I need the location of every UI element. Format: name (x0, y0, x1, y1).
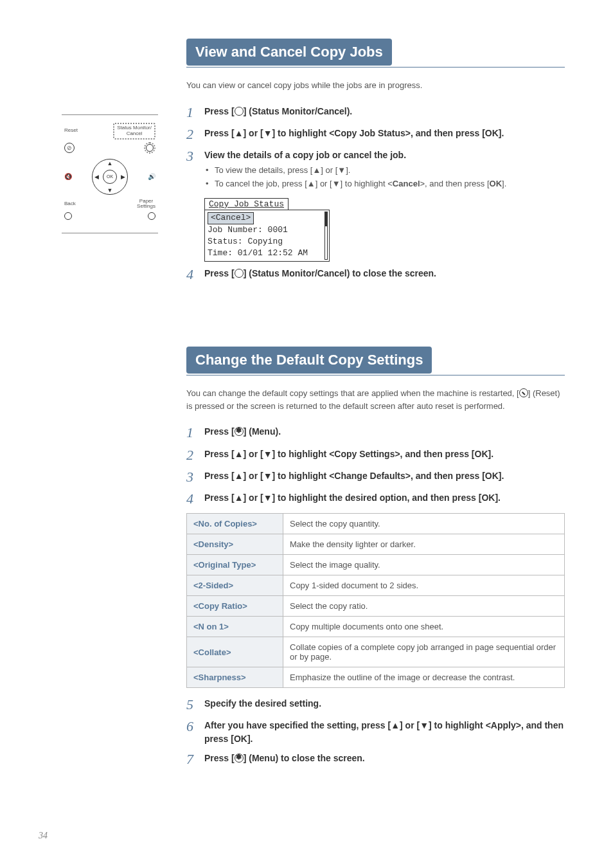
option-description: Make the density lighter or darker. (283, 534, 565, 555)
illus-status-label: Status Monitor/ Cancel (113, 123, 155, 140)
option-label: <Sharpness> (187, 667, 283, 688)
step1-text: Press [] (Status Monitor/Cancel). (204, 105, 565, 118)
illus-ok-button: OK (103, 170, 117, 184)
lcd-selected-item: <Cancel> (208, 212, 254, 224)
sec2-step4-text: Press [▲] or [▼] to highlight the desire… (204, 491, 565, 504)
table-row: <2-Sided>Copy 1-sided document to 2 side… (187, 575, 565, 596)
sec2-step3-text: Press [▲] or [▼] to highlight <Change De… (204, 469, 565, 482)
illus-status-button (144, 142, 155, 154)
option-label: <Collate> (187, 637, 283, 667)
illus-up-icon: ▲ (107, 160, 113, 167)
option-label: <Density> (187, 534, 283, 555)
section-title-view-cancel: View and Cancel Copy Jobs (186, 39, 392, 66)
illus-speaker-right-icon: 🔊 (148, 173, 155, 180)
illus-down-icon: ▼ (107, 187, 113, 194)
illus-speaker-left-icon: 🔇 (64, 173, 72, 180)
step3-bullet2: To cancel the job, press [▲] or [▼] to h… (206, 177, 565, 191)
illus-paper-label: Paper Settings (137, 199, 155, 210)
section2-intro: You can change the default copy settings… (186, 387, 565, 412)
step-number: 3 (186, 469, 204, 485)
device-control-panel-illustration: Reset Status Monitor/ Cancel ⊘ 🔇 ▲ ▼ ◀ ▶… (62, 114, 158, 233)
illus-paper-button (148, 212, 155, 220)
step-number: 4 (186, 267, 204, 282)
step-number: 1 (186, 105, 204, 120)
illus-right-icon: ▶ (121, 174, 125, 180)
sec2-step1-text: Press [] (Menu). (204, 425, 565, 438)
reset-icon (519, 388, 528, 397)
table-row: <Original Type>Select the image quality. (187, 555, 565, 575)
illus-reset-label: Reset (64, 128, 78, 134)
illus-reset-button: ⊘ (64, 143, 75, 153)
step-number: 2 (186, 448, 204, 463)
sec2-step6-text: After you have specified the setting, pr… (204, 719, 565, 745)
step3-text: View the details of a copy job or cancel… (204, 149, 565, 191)
step4-text: Press [] (Status Monitor/Cancel) to clos… (204, 267, 565, 280)
table-row: <Collate>Collate copies of a complete co… (187, 637, 565, 667)
options-table: <No. of Copies>Select the copy quantity.… (186, 513, 565, 688)
section-title-change-defaults: Change the Default Copy Settings (186, 347, 432, 374)
step-number: 7 (186, 752, 204, 767)
step3-bullet1: To view the details, press [▲] or [▼]. (206, 164, 565, 177)
illus-back-button (64, 212, 72, 220)
status-monitor-icon (235, 107, 244, 116)
step-number: 5 (186, 697, 204, 712)
option-description: Select the copy ratio. (283, 596, 565, 617)
table-row: <Density>Make the density lighter or dar… (187, 534, 565, 555)
illus-nav-circle: ▲ ▼ ◀ ▶ OK (92, 159, 128, 195)
sec2-step5-text: Specify the desired setting. (204, 697, 565, 710)
table-row: <Sharpness>Emphasize the outline of the … (187, 667, 565, 688)
option-label: <No. of Copies> (187, 514, 283, 534)
step-number: 2 (186, 127, 204, 142)
option-description: Collate copies of a complete copy job ar… (283, 637, 565, 667)
lcd-scrollbar (324, 212, 328, 260)
sec2-step2-text: Press [▲] or [▼] to highlight <Copy Sett… (204, 448, 565, 460)
option-description: Select the image quality. (283, 555, 565, 575)
table-row: <No. of Copies>Select the copy quantity. (187, 514, 565, 534)
option-label: <Original Type> (187, 555, 283, 575)
table-row: <Copy Ratio>Select the copy ratio. (187, 596, 565, 617)
table-row: <N on 1>Copy multiple documents onto one… (187, 617, 565, 637)
lcd-line: Status: Copying (208, 236, 326, 248)
step-number: 6 (186, 719, 204, 734)
option-description: Copy 1-sided document to 2 sides. (283, 575, 565, 596)
lcd-line: Job Number: 0001 (208, 224, 326, 236)
step-number: 1 (186, 425, 204, 440)
lcd-title: Copy Job Status (204, 198, 289, 210)
step-number: 3 (186, 149, 204, 164)
option-label: <Copy Ratio> (187, 596, 283, 617)
sec2-step7-text: Press [] (Menu) to close the screen. (204, 752, 565, 764)
status-monitor-icon (235, 269, 244, 278)
illus-back-label: Back (64, 201, 76, 207)
lcd-line: Time: 01/01 12:52 AM (208, 248, 326, 259)
option-label: <N on 1> (187, 617, 283, 637)
illus-left-icon: ◀ (94, 174, 99, 180)
menu-icon (235, 427, 244, 436)
section1-intro: You can view or cancel copy jobs while t… (186, 79, 565, 92)
menu-icon (235, 754, 244, 763)
step-number: 4 (186, 491, 204, 507)
lcd-display: Copy Job Status <Cancel> Job Number: 000… (204, 197, 333, 262)
option-description: Select the copy quantity. (283, 514, 565, 534)
option-description: Emphasize the outline of the image or de… (283, 667, 565, 688)
page-number: 34 (39, 831, 48, 841)
step2-text: Press [▲] or [▼] to highlight <Copy Job … (204, 127, 565, 140)
option-label: <2-Sided> (187, 575, 283, 596)
option-description: Copy multiple documents onto one sheet. (283, 617, 565, 637)
